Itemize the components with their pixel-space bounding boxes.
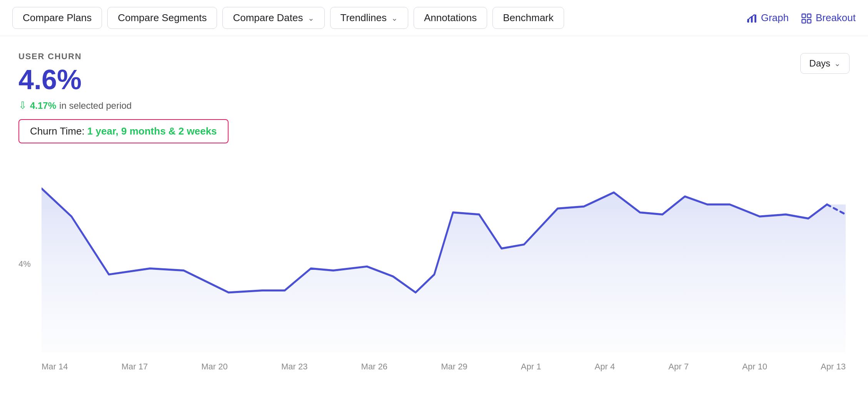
compare-plans-label: Compare Plans — [23, 12, 92, 24]
svg-rect-4 — [807, 14, 811, 17]
metric-section: USER CHURN 4.6% ⇩ 4.17% in selected peri… — [18, 52, 229, 153]
svg-rect-2 — [754, 14, 756, 22]
compare-dates-label: Compare Dates — [233, 12, 303, 24]
churn-time-box: Churn Time: 1 year, 9 months & 2 weeks — [18, 119, 229, 143]
x-label-mar26: Mar 26 — [361, 362, 387, 372]
churn-time-prefix: Churn Time: — [30, 125, 85, 137]
compare-dates-button[interactable]: Compare Dates ⌄ — [222, 7, 324, 29]
x-axis: Mar 14 Mar 17 Mar 20 Mar 23 Mar 26 Mar 2… — [42, 352, 846, 372]
churn-time-value: 1 year, 9 months & 2 weeks — [87, 125, 217, 137]
benchmark-label: Benchmark — [503, 12, 554, 24]
y-axis-label: 4% — [18, 259, 31, 269]
trend-down-icon: ⇩ — [18, 100, 27, 111]
trendlines-chevron-icon: ⌄ — [391, 13, 398, 23]
trendlines-label: Trendlines — [341, 12, 387, 24]
chart-svg-wrapper — [42, 156, 846, 352]
days-dropdown[interactable]: Days ⌄ — [800, 53, 850, 74]
days-label: Days — [809, 58, 830, 69]
compare-segments-label: Compare Segments — [118, 12, 207, 24]
toolbar: Compare Plans Compare Segments Compare D… — [0, 0, 868, 36]
chart-area-fill — [42, 188, 846, 352]
x-label-mar29: Mar 29 — [441, 362, 467, 372]
svg-rect-5 — [802, 19, 805, 23]
main-content: USER CHURN 4.6% ⇩ 4.17% in selected peri… — [0, 36, 868, 372]
breakout-button[interactable]: Breakout — [801, 12, 856, 24]
x-label-apr4: Apr 4 — [595, 362, 615, 372]
change-pct: 4.17% — [30, 100, 56, 111]
change-text: in selected period — [59, 100, 132, 111]
metric-change: ⇩ 4.17% in selected period — [18, 100, 229, 111]
trendlines-button[interactable]: Trendlines ⌄ — [330, 7, 408, 29]
graph-button[interactable]: Graph — [746, 12, 789, 24]
x-label-apr10: Apr 10 — [742, 362, 767, 372]
annotations-button[interactable]: Annotations — [414, 7, 487, 29]
x-label-apr7: Apr 7 — [668, 362, 689, 372]
chart-svg — [42, 156, 846, 352]
compare-plans-button[interactable]: Compare Plans — [12, 7, 102, 29]
x-label-mar23: Mar 23 — [281, 362, 307, 372]
metric-value: 4.6% — [18, 65, 229, 95]
compare-dates-chevron-icon: ⌄ — [308, 13, 314, 23]
svg-rect-3 — [802, 14, 805, 17]
header-row: USER CHURN 4.6% ⇩ 4.17% in selected peri… — [18, 52, 850, 153]
x-label-apr1: Apr 1 — [521, 362, 541, 372]
x-label-mar20: Mar 20 — [201, 362, 227, 372]
svg-rect-6 — [807, 19, 811, 23]
x-label-mar17: Mar 17 — [122, 362, 148, 372]
breakout-icon — [801, 13, 812, 23]
benchmark-button[interactable]: Benchmark — [492, 7, 564, 29]
compare-segments-button[interactable]: Compare Segments — [107, 7, 217, 29]
x-label-mar14: Mar 14 — [42, 362, 68, 372]
days-chevron-icon: ⌄ — [834, 59, 841, 68]
breakout-label: Breakout — [816, 12, 856, 24]
x-label-apr13: Apr 13 — [821, 362, 846, 372]
graph-icon — [746, 13, 757, 23]
toolbar-right: Graph Breakout — [746, 12, 856, 24]
metric-label: USER CHURN — [18, 52, 229, 62]
graph-label: Graph — [761, 12, 789, 24]
annotations-label: Annotations — [424, 12, 477, 24]
chart-container: 4% Mar 14 Mar 17 Mar 20 — [18, 156, 850, 372]
